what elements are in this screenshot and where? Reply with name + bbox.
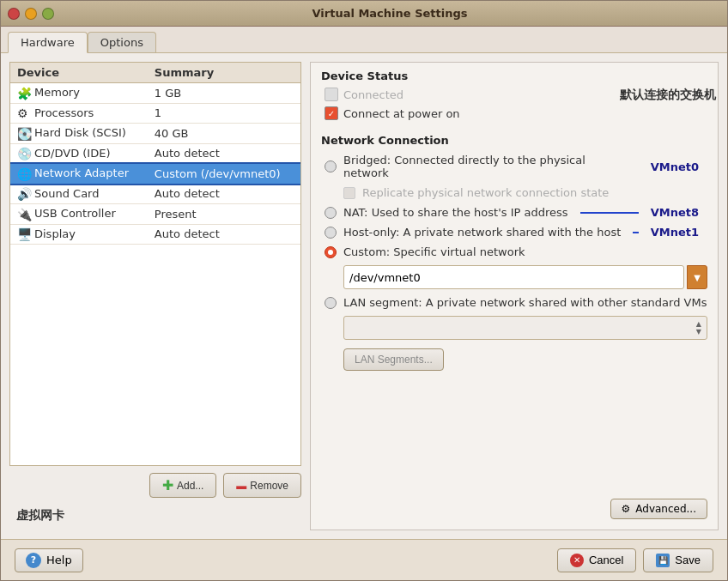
connect-power-row: ✓ Connect at power on	[321, 106, 707, 120]
radio-lan-label: LAN segment: A private network shared wi…	[343, 296, 707, 309]
device-status-section: Device Status Connected ✓ Connect at pow…	[321, 70, 707, 120]
bridged-vmnet: VMnet0	[651, 160, 707, 173]
device-icon: 🧩	[17, 87, 31, 100]
remove-icon: ▬	[236, 480, 246, 492]
save-button[interactable]: 💾 Save	[643, 548, 713, 572]
table-row[interactable]: 💿CD/DVD (IDE) Auto detect	[10, 143, 300, 164]
radio-replicate-row: Replicate physical network connection st…	[325, 186, 707, 199]
radio-hostonly-label: Host-only: A private network shared with…	[343, 226, 621, 239]
tab-hardware[interactable]: Hardware	[8, 32, 88, 53]
table-row[interactable]: 🧩Memory 1 GB	[10, 83, 300, 104]
device-status-title: Device Status	[321, 70, 707, 82]
right-panel: Device Status Connected ✓ Connect at pow…	[310, 62, 719, 530]
connect-power-checkbox[interactable]: ✓	[325, 106, 338, 120]
spinner-down[interactable]: ▼	[696, 329, 701, 336]
help-label: Help	[46, 554, 72, 566]
table-header: Device Summary	[10, 63, 300, 83]
radio-custom-label: Custom: Specific virtual network	[343, 245, 525, 258]
lan-spinner[interactable]: ▲ ▼	[696, 321, 701, 336]
table-row[interactable]: 🌐Network Adapter Custom (/dev/vmnet0)	[10, 164, 300, 185]
table-row[interactable]: 🔌USB Controller Present	[10, 204, 300, 225]
left-panel: Device Summary 🧩Memory 1 GB ⚙️Processors…	[9, 62, 301, 530]
device-name: 💽Hard Disk (SCSI)	[10, 124, 148, 144]
device-summary: Auto detect	[148, 224, 300, 245]
table-row[interactable]: ⚙️Processors 1	[10, 103, 300, 124]
nic-annotation: 虚拟网卡	[9, 508, 301, 530]
remove-button[interactable]: ▬ Remove	[223, 473, 301, 498]
cancel-icon: ✕	[570, 554, 584, 567]
close-button[interactable]	[8, 8, 20, 20]
add-button[interactable]: ✚ Add...	[149, 473, 216, 498]
table-row[interactable]: 🖥️Display Auto detect	[10, 224, 300, 245]
nat-vmnet: VMnet8	[651, 206, 707, 219]
spinner-up[interactable]: ▲	[696, 321, 701, 328]
maximize-button[interactable]	[42, 8, 54, 20]
add-icon: ✚	[162, 477, 173, 493]
hostonly-line	[633, 232, 638, 233]
col-summary: Summary	[148, 63, 300, 83]
custom-dropdown-row: /dev/vmnet0 ▼	[325, 265, 707, 289]
advanced-button[interactable]: ⚙ Advanced...	[610, 499, 707, 519]
connected-checkbox[interactable]	[325, 88, 338, 101]
radio-bridged-label: Bridged: Connected directly to the physi…	[343, 154, 627, 179]
network-connection-section: Network Connection Bridged: Connected di…	[321, 134, 707, 371]
device-icon: 🌐	[17, 167, 31, 181]
device-icon: 🖥️	[17, 227, 31, 241]
radio-nat[interactable]	[325, 207, 337, 219]
main-window: Virtual Machine Settings Hardware Option…	[0, 0, 728, 581]
device-summary: 1 GB	[148, 83, 300, 104]
table-row[interactable]: 💽Hard Disk (SCSI) 40 GB	[10, 124, 300, 144]
save-label: Save	[675, 554, 701, 566]
help-button[interactable]: ? Help	[15, 548, 83, 572]
device-icon: 💿	[17, 147, 31, 160]
replicate-label: Replicate physical network connection st…	[362, 186, 609, 199]
device-name: 🔌USB Controller	[10, 204, 148, 225]
radio-hostonly[interactable]	[325, 227, 337, 239]
cancel-button[interactable]: ✕ Cancel	[557, 548, 636, 572]
connect-power-label: Connect at power on	[343, 107, 460, 120]
device-summary: Auto detect	[148, 184, 300, 204]
main-content: Device Summary 🧩Memory 1 GB ⚙️Processors…	[1, 53, 727, 539]
lan-input-row: ▲ ▼	[325, 316, 707, 340]
minimize-button[interactable]	[25, 8, 37, 20]
advanced-icon: ⚙	[622, 503, 631, 515]
device-summary: Present	[148, 204, 300, 225]
left-buttons: ✚ Add... ▬ Remove	[9, 473, 301, 501]
tab-options[interactable]: Options	[88, 32, 156, 52]
network-connection-title: Network Connection	[321, 134, 707, 147]
bottom-bar: ? Help ✕ Cancel 💾 Save	[1, 539, 727, 580]
advanced-label: Advanced...	[635, 503, 696, 515]
radio-lan-row: LAN segment: A private network shared wi…	[325, 296, 707, 309]
device-name: 💿CD/DVD (IDE)	[10, 143, 148, 164]
radio-lan[interactable]	[325, 297, 337, 309]
switch-annotation: 默认连接的交换机	[620, 88, 716, 103]
radio-nat-label: NAT: Used to share the host's IP address	[343, 206, 568, 219]
window-title: Virtual Machine Settings	[59, 7, 720, 20]
col-device: Device	[10, 63, 148, 83]
nic-annotation-text: 虚拟网卡	[16, 508, 64, 522]
custom-dropdown[interactable]: /dev/vmnet0	[343, 265, 684, 289]
radio-custom-row: Custom: Specific virtual network	[325, 245, 707, 258]
device-name: 🧩Memory	[10, 83, 148, 104]
dropdown-arrow[interactable]: ▼	[687, 265, 707, 289]
lan-segments-button[interactable]: LAN Segments...	[343, 348, 444, 371]
device-summary: 1	[148, 103, 300, 124]
radio-nat-row: NAT: Used to share the host's IP address…	[325, 206, 707, 219]
lan-input-field[interactable]: ▲ ▼	[343, 316, 707, 340]
radio-bridged[interactable]	[325, 160, 337, 172]
radio-hostonly-row: Host-only: A private network shared with…	[325, 226, 707, 239]
device-icon: 💽	[17, 127, 31, 141]
device-summary: Auto detect	[148, 143, 300, 164]
replicate-checkbox[interactable]	[343, 187, 355, 199]
device-name: ⚙️Processors	[10, 103, 148, 124]
device-icon: 🔌	[17, 208, 31, 221]
table-row[interactable]: 🔊Sound Card Auto detect	[10, 184, 300, 204]
cancel-label: Cancel	[589, 554, 623, 566]
device-name: 🔊Sound Card	[10, 184, 148, 204]
device-icon: ⚙️	[17, 106, 31, 120]
radio-custom[interactable]	[325, 246, 337, 258]
dropdown-value: /dev/vmnet0	[349, 271, 421, 284]
connected-label: Connected	[343, 88, 403, 101]
lan-segments-row: LAN Segments...	[325, 348, 707, 371]
remove-label: Remove	[250, 480, 288, 492]
